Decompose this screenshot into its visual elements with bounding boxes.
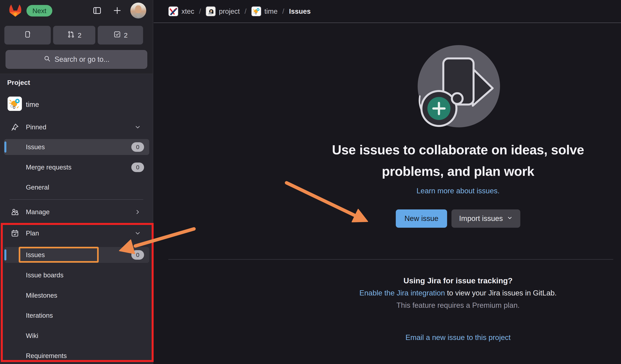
jira-promo-block: Using Jira for issue tracking? Enable th… xyxy=(305,275,611,312)
create-new-button[interactable] xyxy=(112,6,122,16)
merge-requests-button[interactable]: 2 xyxy=(53,26,95,45)
merge-requests-count: 2 xyxy=(78,32,82,39)
active-indicator xyxy=(4,249,6,260)
gitlab-issues-page: Next xyxy=(0,0,621,364)
merge-request-icon xyxy=(67,31,75,40)
empty-state-actions: New issue Import issues xyxy=(305,209,611,228)
sidebar-item-pinned-issues[interactable]: Issues 0 xyxy=(4,139,149,155)
sidebar-section-pinned[interactable]: Pinned xyxy=(4,119,149,135)
email-issue-wrap: Email a new issue to this project xyxy=(305,333,611,342)
user-avatar[interactable] xyxy=(130,2,146,18)
chevron-right-icon xyxy=(134,208,141,216)
calendar-check-icon xyxy=(10,229,19,238)
breadcrumb-label: time xyxy=(264,7,277,15)
pinned-label: Pinned xyxy=(26,123,46,131)
main-area: xtec / project / xyxy=(154,0,621,364)
jira-integration-link[interactable]: Enable the Jira integration xyxy=(359,289,445,297)
sidebar-item-pinned-general[interactable]: General xyxy=(4,179,149,195)
top-bar: xtec / project / xyxy=(154,0,621,23)
pinned-general-label: General xyxy=(26,184,49,191)
sidebar-shortcuts: 2 2 xyxy=(4,26,149,45)
email-new-issue-link[interactable]: Email a new issue to this project xyxy=(406,333,511,342)
import-issues-button[interactable]: Import issues xyxy=(451,209,520,228)
pinned-mr-count: 0 xyxy=(131,162,144,172)
iterations-label: Iterations xyxy=(26,312,53,319)
sidebar-item-iterations[interactable]: Iterations xyxy=(4,308,149,323)
manage-label: Manage xyxy=(26,208,50,216)
issues-empty-state-illustration xyxy=(417,45,501,128)
search-placeholder: Search or go to... xyxy=(54,55,109,63)
chevron-down-icon xyxy=(134,124,141,131)
breadcrumb: xtec / project / xyxy=(168,6,311,16)
plus-icon xyxy=(113,6,122,16)
wiki-label: Wiki xyxy=(26,332,38,340)
super-sidebar: Next xyxy=(0,0,153,364)
breadcrumb-separator: / xyxy=(199,7,201,15)
breadcrumb-group-xtec[interactable]: xtec xyxy=(168,6,194,16)
new-issue-button[interactable]: New issue xyxy=(396,209,447,228)
chevron-down-icon xyxy=(507,214,513,223)
pinned-issues-count: 0 xyxy=(131,142,144,152)
sidebar-divider xyxy=(10,199,143,200)
gitlab-logo-icon[interactable] xyxy=(8,3,23,18)
jira-promo-title: Using Jira for issue tracking? xyxy=(305,275,611,287)
panel-toggle-icon xyxy=(92,6,102,16)
requirements-label: Requirements xyxy=(26,352,67,360)
plan-issues-label: Issues xyxy=(26,251,45,259)
jira-premium-note: This feature requires a Premium plan. xyxy=(305,299,611,312)
pin-icon xyxy=(10,123,19,132)
jira-promo-line: Enable the Jira integration to view your… xyxy=(305,287,611,299)
breadcrumb-separator: / xyxy=(282,7,284,15)
todos-count: 2 xyxy=(124,32,128,39)
sidebar-item-milestones[interactable]: Milestones xyxy=(4,287,149,303)
pinned-issues-label: Issues xyxy=(26,143,45,151)
project-avatar-time xyxy=(251,6,261,16)
empty-state-title: Use issues to collaborate on ideas, solv… xyxy=(305,139,611,182)
sidebar-item-pinned-merge-requests[interactable]: Merge requests 0 xyxy=(4,159,149,175)
issue-boards-label: Issue boards xyxy=(26,271,64,279)
current-project-item[interactable]: time xyxy=(4,96,149,113)
search-icon xyxy=(43,55,51,64)
project-name: time xyxy=(26,101,39,109)
sidebar-item-wiki[interactable]: Wiki xyxy=(4,328,149,344)
task-done-icon xyxy=(113,31,121,40)
import-issues-label: Import issues xyxy=(459,214,503,223)
sidebar-section-plan[interactable]: Plan xyxy=(4,225,149,241)
sidebar-toggle-button[interactable] xyxy=(92,6,102,16)
jira-promo-text: to view your Jira issues in GitLab. xyxy=(445,289,556,297)
project-section-label: Project xyxy=(7,79,30,86)
learn-more-link[interactable]: Learn more about issues. xyxy=(416,187,500,195)
users-icon xyxy=(10,207,19,217)
group-avatar-project xyxy=(206,6,216,16)
assigned-issues-button[interactable] xyxy=(4,26,51,45)
content-divider xyxy=(168,259,613,260)
sidebar-item-issue-boards[interactable]: Issue boards xyxy=(4,267,149,283)
sidebar-item-plan-issues[interactable]: Issues 0 xyxy=(4,247,149,263)
sidebar-header: Next xyxy=(0,0,153,74)
pinned-mr-label: Merge requests xyxy=(26,163,71,171)
next-badge-label: Next xyxy=(33,7,46,15)
breadcrumb-label: project xyxy=(219,7,240,15)
issues-icon xyxy=(24,31,32,40)
breadcrumb-label: xtec xyxy=(181,7,194,15)
active-indicator xyxy=(4,142,6,153)
group-avatar-xtec xyxy=(168,6,178,16)
todos-button[interactable]: 2 xyxy=(98,26,143,45)
sidebar-item-requirements[interactable]: Requirements xyxy=(4,348,149,364)
search-input[interactable]: Search or go to... xyxy=(6,50,147,69)
next-badge: Next xyxy=(26,5,52,16)
project-avatar-time xyxy=(8,96,22,111)
chevron-down-icon xyxy=(134,230,141,237)
milestones-label: Milestones xyxy=(26,292,57,299)
breadcrumb-current-page: Issues xyxy=(289,7,311,15)
plan-issues-count: 0 xyxy=(131,250,144,260)
plan-label: Plan xyxy=(26,229,39,237)
breadcrumb-separator: / xyxy=(244,7,246,15)
sidebar-nav: Project time xyxy=(0,74,153,364)
breadcrumb-group-project[interactable]: project xyxy=(206,6,240,16)
learn-more-wrap: Learn more about issues. xyxy=(305,187,611,195)
sidebar-section-manage[interactable]: Manage xyxy=(4,204,149,220)
breadcrumb-project-time[interactable]: time xyxy=(251,6,277,16)
